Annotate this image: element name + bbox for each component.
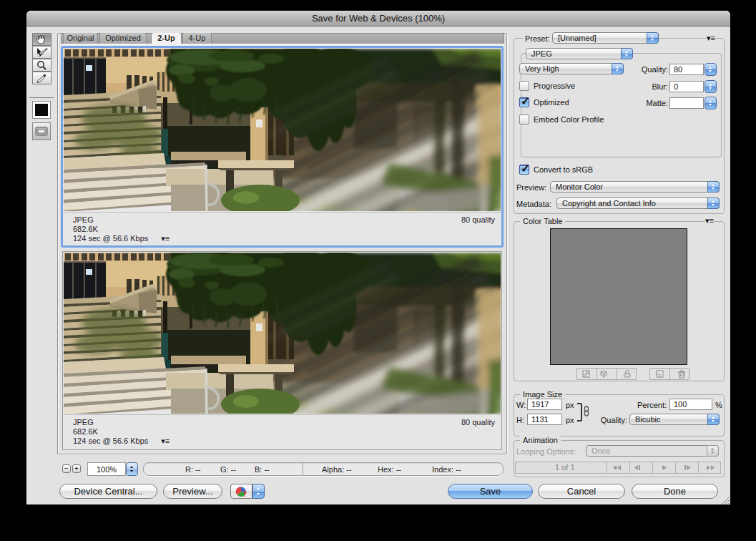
svg-text:?: ? bbox=[242, 490, 247, 498]
